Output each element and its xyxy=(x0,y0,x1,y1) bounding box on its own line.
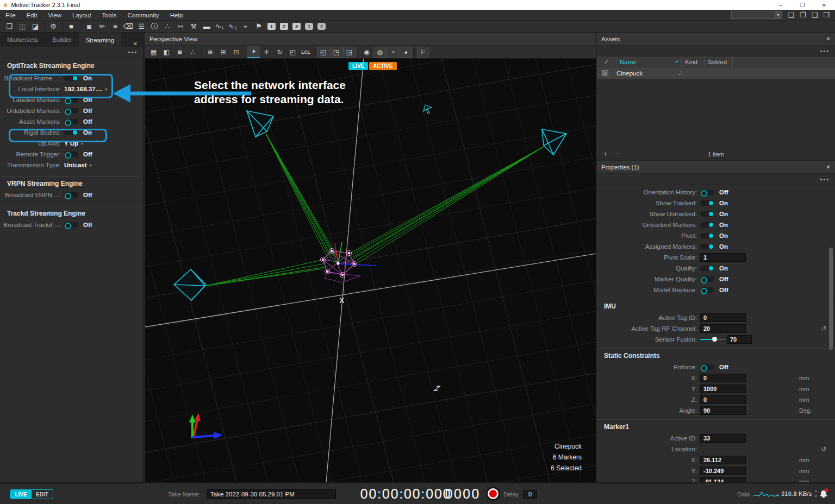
camera-preset-2-button[interactable]: 2 xyxy=(317,23,326,30)
labeled-markers-toggle[interactable] xyxy=(64,97,78,103)
select-assets-icon[interactable]: ◲ xyxy=(343,47,356,58)
unlabeled-markers-toggle[interactable] xyxy=(64,108,78,114)
menu-tools[interactable]: Tools xyxy=(97,12,122,18)
asset-markers-toggle[interactable] xyxy=(64,119,78,124)
open-file-icon[interactable]: ❒ xyxy=(3,21,15,32)
remote-trigger-toggle[interactable] xyxy=(64,152,78,157)
menu-file[interactable]: File xyxy=(0,12,21,18)
markers-icon[interactable]: ∺ xyxy=(175,21,186,32)
menu-edit[interactable]: Edit xyxy=(21,12,43,18)
check-column-icon[interactable]: ✓ xyxy=(597,56,616,67)
tab-builder[interactable]: Builder xyxy=(45,33,79,47)
pivot-toggle[interactable] xyxy=(700,233,714,238)
close-panel-icon[interactable]: ✕ xyxy=(133,41,143,47)
marker1-x-input[interactable]: 26.112 xyxy=(700,456,746,464)
broadcast-vrpn-toggle[interactable] xyxy=(64,192,78,198)
active-status-badge[interactable]: ACTIVE xyxy=(369,62,397,70)
quality-toggle[interactable] xyxy=(700,266,714,271)
select-tool-icon[interactable]: ➤ xyxy=(247,46,260,58)
minimize-button[interactable]: – xyxy=(770,2,792,8)
zoom-window-icon[interactable]: ⊞ xyxy=(217,46,229,58)
menu-layout[interactable]: Layout xyxy=(67,12,97,18)
save-as-icon[interactable]: ◪ xyxy=(29,21,41,32)
tab-streaming[interactable]: Streaming xyxy=(79,33,121,47)
untracked-markers-toggle[interactable] xyxy=(700,222,714,228)
panel-menu-dots[interactable]: ••• xyxy=(597,46,835,56)
reset-icon[interactable]: ↺ xyxy=(821,325,826,332)
info-icon[interactable]: ⓘ xyxy=(148,21,160,32)
viewport-3d-canvas[interactable]: X Z xyxy=(145,59,596,482)
rf-channel-input[interactable]: 20 xyxy=(700,324,746,333)
broadcast-frame-toggle[interactable] xyxy=(64,75,78,81)
constraint-x-input[interactable]: 0 xyxy=(700,374,746,382)
column-kind[interactable]: Kind xyxy=(682,56,705,67)
asset-visibility-icon[interactable]: ◕ xyxy=(400,47,412,58)
close-button[interactable]: ✕ xyxy=(813,2,835,8)
translate-tool-icon[interactable]: ✛ xyxy=(260,46,273,58)
camera-preset-1-button[interactable]: 1 xyxy=(305,23,313,30)
layout-panel-icon-1[interactable]: ❏ xyxy=(788,11,794,19)
reset-icon[interactable]: ↺ xyxy=(821,445,826,453)
constraint-angle-input[interactable]: 90 xyxy=(700,406,746,415)
layout-panel-icon-2[interactable]: ❐ xyxy=(800,11,806,19)
view-pivot-icon[interactable]: ∴ xyxy=(186,46,199,58)
menu-view[interactable]: View xyxy=(42,12,67,18)
zoom-in-icon[interactable]: ⊕ xyxy=(204,46,216,58)
force-plate-icon[interactable]: ⚑ xyxy=(253,21,265,32)
save-icon[interactable]: ◫ xyxy=(16,21,28,32)
marker-visibility-icon[interactable]: ◍ xyxy=(373,47,386,58)
panel-icon[interactable]: ■ xyxy=(65,21,77,32)
data-layers-icon[interactable]: ≡ xyxy=(109,21,121,32)
skeleton-visibility-icon[interactable]: ⚐ xyxy=(417,47,429,58)
constraint-z-input[interactable]: 0 xyxy=(700,395,746,404)
model-replace-toggle[interactable] xyxy=(700,287,714,293)
slider-knob[interactable] xyxy=(712,337,717,342)
view-cube-icon[interactable]: ◧ xyxy=(160,46,173,58)
edit-mode-button[interactable]: EDIT xyxy=(32,490,53,499)
up-axis-dropdown[interactable]: Y Up xyxy=(64,140,78,147)
rotate-tool-icon[interactable]: ↻ xyxy=(273,46,286,58)
view-options-grid-icon[interactable]: ▦ xyxy=(147,46,160,58)
layout-1-button[interactable]: 1 xyxy=(267,23,276,30)
notifications-bell-icon[interactable] xyxy=(820,490,827,498)
panel-menu-dots[interactable]: ••• xyxy=(0,47,143,58)
live-mode-button[interactable]: LIVE xyxy=(10,490,32,499)
streaming-signal-icon[interactable]: ⌁ xyxy=(240,21,252,32)
asset-checkbox[interactable]: ✓ xyxy=(602,70,608,76)
live-status-badge[interactable]: LIVE xyxy=(348,62,368,70)
local-interface-dropdown[interactable]: 192.168.37.... xyxy=(64,86,102,92)
orientation-history-toggle[interactable] xyxy=(700,190,714,195)
column-solved[interactable]: Solved xyxy=(705,56,733,67)
marker1-y-input[interactable]: -10.249 xyxy=(700,467,746,475)
assigned-markers-toggle[interactable] xyxy=(700,244,714,249)
skeleton-1-icon[interactable]: ∿₁ xyxy=(214,21,226,32)
record-button[interactable] xyxy=(488,488,498,499)
marker1-z-input[interactable]: -91.124 xyxy=(700,477,746,482)
delay-input[interactable]: 0 xyxy=(523,490,537,499)
delete-reconstruction-icon[interactable]: ⌫ xyxy=(122,21,134,32)
asset-row-cinepuck[interactable]: ✓ Cinepuck ∴ xyxy=(597,67,835,79)
camera-calibration-icon[interactable]: ◙ xyxy=(83,21,95,32)
layout-2-button[interactable]: 2 xyxy=(280,23,288,30)
wand-icon[interactable]: ✏ xyxy=(96,21,108,32)
data-rate-spinner[interactable]: ▾ ▾ xyxy=(815,489,817,499)
menu-community[interactable]: Community xyxy=(122,12,164,18)
layout-preset-dropdown[interactable]: ▾ xyxy=(731,11,782,19)
marker1-active-id-input[interactable]: 33 xyxy=(700,434,746,443)
select-cameras-icon[interactable]: ◳ xyxy=(330,47,342,58)
layout-panel-icon-3[interactable]: ❑ xyxy=(812,11,818,19)
show-tracked-toggle[interactable] xyxy=(700,200,714,206)
menu-help[interactable]: Help xyxy=(165,12,189,18)
select-markers-icon[interactable]: ◱ xyxy=(317,47,329,58)
visibility-eye-icon[interactable]: ◉ xyxy=(360,46,373,58)
camera-visibility-icon[interactable]: ◔ xyxy=(387,47,399,58)
tab-markersets[interactable]: Markersets xyxy=(0,33,45,47)
label-tag-icon[interactable]: ▬ xyxy=(201,21,213,32)
view-camera-icon[interactable]: ◙ xyxy=(173,46,186,58)
close-panel-icon[interactable]: ✕ xyxy=(826,36,831,42)
zoom-fit-icon[interactable]: ⊡ xyxy=(230,46,242,58)
layout-panel-icon-4[interactable]: ❒ xyxy=(823,11,830,19)
rigid-body-icon[interactable]: ∴ xyxy=(161,21,173,32)
restore-button[interactable]: ❐ xyxy=(792,2,813,8)
scale-tool-icon[interactable]: ◰ xyxy=(286,46,299,58)
